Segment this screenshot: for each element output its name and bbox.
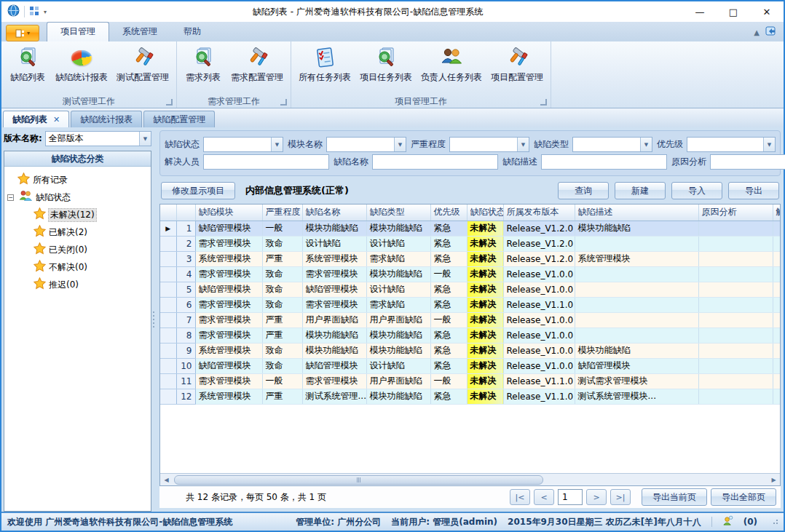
table-cell[interactable]: 缺陷管理模块 xyxy=(302,282,366,297)
filter-combobox[interactable]: ▼ xyxy=(449,137,529,152)
ribbon-button-doc-search[interactable]: 缺陷列表 xyxy=(4,43,51,85)
horizontal-scrollbar[interactable]: ◀ ▶ xyxy=(160,473,780,485)
table-cell[interactable]: 未解决 xyxy=(467,327,503,343)
table-cell[interactable]: 用户界面缺陷 xyxy=(302,312,366,327)
table-cell[interactable]: 用户界面缺陷 xyxy=(366,373,430,389)
table-cell[interactable]: 需求管理模块 xyxy=(195,266,262,282)
panel-splitter[interactable] xyxy=(151,127,157,512)
table-cell[interactable]: Release_V1.1.0 xyxy=(503,297,575,312)
table-cell[interactable] xyxy=(773,297,780,312)
table-cell[interactable] xyxy=(698,251,773,266)
dialog-launcher-icon[interactable] xyxy=(540,99,547,106)
collapse-ribbon-icon[interactable]: ▲ xyxy=(754,28,760,36)
grid-icon[interactable] xyxy=(29,5,39,19)
table-cell[interactable] xyxy=(575,312,698,327)
table-cell[interactable]: 严重 xyxy=(262,389,302,404)
row-selector-cell[interactable] xyxy=(160,297,176,312)
table-row[interactable]: 8需求管理模块严重模块功能缺陷模块功能缺陷紧急未解决Release_V1.0.0 xyxy=(160,327,780,343)
table-cell[interactable]: 需求缺陷 xyxy=(366,297,430,312)
ribbon-button-tools[interactable]: 测试配置管理 xyxy=(112,43,173,85)
filter-combobox[interactable]: ▼ xyxy=(687,137,776,152)
export-button[interactable]: 导出 xyxy=(728,182,779,199)
ribbon-tab-system[interactable]: 系统管理 xyxy=(109,23,170,41)
chevron-down-icon[interactable]: ▼ xyxy=(271,138,283,151)
table-cell[interactable] xyxy=(773,343,780,358)
app-menu-button[interactable]: ▾ xyxy=(6,25,39,41)
filter-input[interactable] xyxy=(541,154,667,170)
table-cell[interactable]: 未解决 xyxy=(467,282,503,297)
table-cell[interactable]: 需求管理模块 xyxy=(195,373,262,389)
table-cell[interactable]: 致命 xyxy=(262,236,302,251)
table-cell[interactable]: 系统管理模块 xyxy=(195,389,262,404)
scrollbar-track[interactable] xyxy=(173,475,768,485)
table-cell[interactable]: 紧急 xyxy=(430,221,467,236)
table-cell[interactable]: 紧急 xyxy=(430,358,467,373)
table-cell[interactable]: 系统管理模块 xyxy=(195,251,262,266)
column-header[interactable]: 严重程度 xyxy=(262,205,302,221)
table-row[interactable]: 2需求管理模块致命设计缺陷设计缺陷紧急未解决Release_V1.2.0 xyxy=(160,236,780,251)
filter-input[interactable] xyxy=(203,154,329,170)
column-header[interactable]: 缺陷状态 xyxy=(467,205,503,221)
row-selector-cell[interactable] xyxy=(160,343,176,358)
column-header[interactable]: 缺陷名称 xyxy=(302,205,366,221)
table-cell[interactable]: 致命 xyxy=(262,282,302,297)
table-cell[interactable] xyxy=(773,358,780,373)
table-cell[interactable] xyxy=(773,373,780,389)
table-row[interactable]: 9系统管理模块致命模块功能缺陷模块功能缺陷紧急未解决Release_V1.0.0… xyxy=(160,343,780,358)
dialog-launcher-icon[interactable] xyxy=(280,99,287,106)
table-cell[interactable]: 一般 xyxy=(262,373,302,389)
table-cell[interactable]: 模块功能缺陷 xyxy=(575,343,698,358)
table-cell[interactable] xyxy=(698,282,773,297)
ribbon-button-doc-search[interactable]: 项目任务列表 xyxy=(355,43,417,85)
table-cell[interactable] xyxy=(773,251,780,266)
table-cell[interactable]: 紧急 xyxy=(430,282,467,297)
table-cell[interactable]: 需求管理模块 xyxy=(195,327,262,343)
table-cell[interactable]: Release_V1.2.0 xyxy=(503,221,575,236)
column-header[interactable]: 解决方法 xyxy=(773,205,780,221)
dialog-launcher-icon[interactable] xyxy=(166,99,173,106)
table-cell[interactable] xyxy=(773,312,780,327)
chevron-down-icon[interactable]: ▼ xyxy=(517,138,529,151)
table-cell[interactable] xyxy=(575,266,698,282)
tree-item[interactable]: 未解决(12) xyxy=(6,206,149,223)
table-cell[interactable]: 未解决 xyxy=(467,266,503,282)
tree-item[interactable]: −缺陷状态 xyxy=(6,188,149,206)
filter-input[interactable] xyxy=(710,154,785,170)
table-cell[interactable]: 未解决 xyxy=(467,343,503,358)
table-cell[interactable] xyxy=(698,327,773,343)
table-cell[interactable]: 测试系统管理模块... xyxy=(575,389,698,404)
table-cell[interactable]: Release_V1.2.0 xyxy=(503,236,575,251)
row-selector-cell[interactable] xyxy=(160,312,176,327)
table-cell[interactable]: 未解决 xyxy=(467,297,503,312)
table-cell[interactable]: 需求缺陷 xyxy=(366,251,430,266)
table-cell[interactable]: 设计缺陷 xyxy=(366,282,430,297)
table-cell[interactable] xyxy=(773,266,780,282)
table-cell[interactable]: 缺陷管理模块 xyxy=(195,282,262,297)
table-row[interactable]: ▶1缺陷管理模块一般模块功能缺陷模块功能缺陷紧急未解决Release_V1.2.… xyxy=(160,221,780,236)
table-cell[interactable]: Release_V1.1.0 xyxy=(503,373,575,389)
table-cell[interactable]: Release_V1.0.0 xyxy=(503,327,575,343)
filter-combobox[interactable]: ▼ xyxy=(203,137,283,152)
tree-item[interactable]: 已解决(2) xyxy=(6,223,149,241)
ribbon-button-tools[interactable]: 项目配置管理 xyxy=(486,43,548,85)
column-header[interactable]: 缺陷描述 xyxy=(575,205,698,221)
prev-page-button[interactable]: < xyxy=(534,489,554,505)
table-cell[interactable]: 紧急 xyxy=(430,389,467,404)
ribbon-tab-help[interactable]: 帮助 xyxy=(170,23,214,41)
table-cell[interactable]: 模块功能缺陷 xyxy=(366,343,430,358)
table-cell[interactable]: 紧急 xyxy=(430,236,467,251)
table-cell[interactable]: Release_V1.1.0 xyxy=(503,389,575,404)
table-cell[interactable] xyxy=(698,389,773,404)
table-cell[interactable]: 缺陷管理模块 xyxy=(575,358,698,373)
table-cell[interactable]: 缺陷管理模块 xyxy=(195,358,262,373)
table-cell[interactable] xyxy=(698,266,773,282)
table-cell[interactable] xyxy=(575,327,698,343)
tree-item[interactable]: 所有记录 xyxy=(6,171,149,188)
query-button[interactable]: 查询 xyxy=(558,182,609,199)
row-selector-cell[interactable]: ▶ xyxy=(160,221,176,236)
tree-item[interactable]: 推迟(0) xyxy=(6,276,149,293)
column-header[interactable]: 原因分析 xyxy=(698,205,773,221)
table-cell[interactable]: 模块功能缺陷 xyxy=(366,327,430,343)
table-cell[interactable]: 需求管理模块 xyxy=(302,266,366,282)
ribbon-button-doc-search[interactable]: 需求列表 xyxy=(180,43,226,85)
